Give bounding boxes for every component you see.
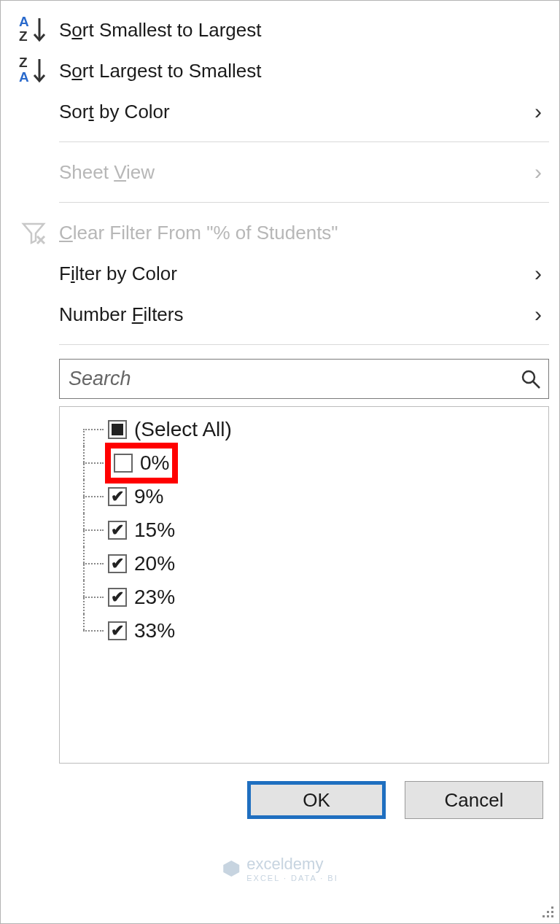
watermark-brand: exceldemy [246, 855, 338, 874]
search-input[interactable] [67, 367, 521, 391]
checkbox-checked[interactable] [108, 554, 127, 573]
button-label: Cancel [445, 789, 504, 812]
search-box[interactable] [59, 359, 549, 399]
menu-label: Sort Largest to Smallest [59, 60, 261, 82]
chevron-right-icon: › [534, 99, 542, 124]
divider [59, 202, 549, 203]
checkbox-checked[interactable] [108, 588, 127, 607]
checkbox-checked[interactable] [108, 487, 127, 506]
tree-item-15pct[interactable]: 15% [83, 513, 544, 547]
filter-dropdown-menu: AZ Sort Smallest to Largest Z A [0, 0, 560, 924]
svg-point-4 [523, 371, 534, 383]
sheet-view: Sheet View › [1, 152, 559, 193]
divider [59, 141, 549, 142]
tree-item-23pct[interactable]: 23% [83, 581, 544, 614]
checkbox-indeterminate[interactable] [108, 420, 127, 439]
button-row: OK Cancel [1, 764, 559, 819]
menu-label: Clear Filter From "% of Students" [59, 222, 338, 244]
ok-button[interactable]: OK [247, 781, 386, 819]
highlight-annotation: 0% [105, 443, 178, 484]
checkbox-checked[interactable] [108, 621, 127, 640]
checkbox-checked[interactable] [108, 521, 127, 540]
number-filters[interactable]: Number Filters › [1, 294, 559, 335]
chevron-right-icon: › [534, 160, 542, 185]
tree-item-label: 33% [134, 619, 175, 642]
chevron-right-icon: › [534, 302, 542, 327]
button-label: OK [303, 789, 330, 812]
menu-label: Filter by Color [59, 263, 177, 285]
menu-label: Sort by Color [59, 101, 170, 123]
filter-by-color[interactable]: Filter by Color › [1, 253, 559, 294]
chevron-right-icon: › [534, 261, 542, 286]
tree-item-label: 0% [140, 451, 169, 475]
tree-item-label: 9% [134, 485, 163, 508]
watermark-tag: EXCEL · DATA · BI [246, 874, 338, 882]
svg-line-5 [533, 381, 540, 388]
tree-item-label: (Select All) [134, 418, 232, 441]
cancel-button[interactable]: Cancel [405, 781, 543, 819]
svg-marker-6 [223, 861, 239, 877]
clear-filter: Clear Filter From "% of Students" [1, 212, 559, 253]
tree-select-all[interactable]: (Select All) [83, 413, 544, 446]
menu-label: Sort Smallest to Largest [59, 19, 261, 42]
tree-item-label: 20% [134, 552, 175, 575]
resize-grip[interactable] [540, 904, 555, 919]
filter-values-tree: (Select All) 0% 9% 15% [59, 406, 549, 764]
sort-descending-icon: Z A [8, 50, 59, 91]
sort-largest-to-smallest[interactable]: Z A Sort Largest to Smallest [1, 50, 559, 91]
sort-ascending-icon: AZ [8, 9, 59, 50]
tree-item-33pct[interactable]: 33% [83, 614, 544, 648]
menu-label: Number Filters [59, 303, 184, 326]
sort-by-color[interactable]: Sort by Color › [1, 91, 559, 132]
checkbox-unchecked[interactable] [114, 454, 133, 473]
menu-label: Sheet View [59, 161, 155, 184]
clear-filter-icon [8, 212, 59, 253]
sort-smallest-to-largest[interactable]: AZ Sort Smallest to Largest [1, 9, 559, 50]
tree-item-20pct[interactable]: 20% [83, 547, 544, 581]
tree-item-label: 15% [134, 519, 175, 542]
tree-item-0pct[interactable]: 0% [83, 446, 544, 480]
tree-item-label: 23% [134, 586, 175, 609]
divider [59, 344, 549, 345]
search-icon [521, 369, 541, 389]
watermark: exceldemy EXCEL · DATA · BI [222, 855, 338, 882]
tree-item-9pct[interactable]: 9% [83, 480, 544, 513]
